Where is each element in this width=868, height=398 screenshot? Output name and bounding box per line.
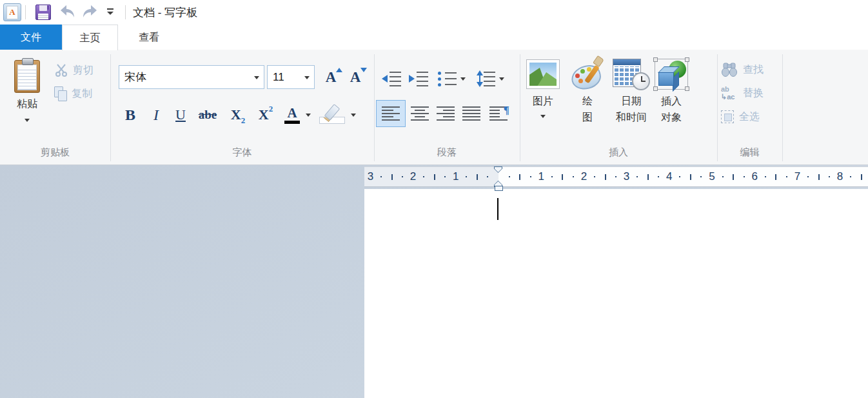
ruler-tick: [807, 176, 809, 177]
bold-button[interactable]: B: [119, 103, 142, 127]
align-left-button[interactable]: [376, 100, 406, 127]
align-center-button[interactable]: [407, 100, 433, 127]
font-family-combobox[interactable]: 宋体: [119, 65, 264, 89]
select-all-button[interactable]: 全选: [721, 108, 760, 126]
paste-button[interactable]: 粘贴: [8, 54, 46, 141]
shrink-font-icon: A: [350, 69, 361, 86]
ruler-tick: [818, 174, 820, 180]
ruler-tick: [423, 176, 424, 177]
customize-quick-access-dropdown[interactable]: [106, 8, 115, 16]
ruler-tick: [434, 174, 435, 180]
datetime-label-line1: 日期: [621, 93, 642, 109]
font-size-value: 11: [273, 66, 284, 88]
group-label-insert: 插入: [520, 145, 717, 159]
subscript-button[interactable]: X2: [224, 103, 252, 127]
align-justify-button[interactable]: [459, 100, 484, 127]
ribbon: 粘贴 剪切 复制 剪贴板 宋体 11 A A B I U abe X2 X2 A: [0, 50, 868, 165]
replace-button[interactable]: ab ↳ac 替换: [721, 84, 764, 102]
shrink-font-button[interactable]: A: [344, 66, 366, 89]
align-left-icon: [382, 106, 400, 121]
ruler-tick: [744, 176, 745, 177]
redo-icon: [81, 4, 98, 19]
ruler-tick: [700, 176, 702, 177]
tab-home[interactable]: 主页: [62, 25, 118, 50]
chevron-down-icon[interactable]: [254, 76, 259, 79]
group-separator: [782, 54, 783, 161]
ruler-tick: [786, 176, 787, 177]
ruler-tick: [594, 176, 595, 177]
group-label-editing: 编辑: [717, 145, 782, 159]
copy-label: 复制: [72, 87, 92, 101]
align-right-button[interactable]: [433, 100, 459, 127]
align-justify-icon: [462, 106, 480, 121]
ruler[interactable]: 32112345678: [364, 166, 868, 187]
bullet-list-dropdown[interactable]: [459, 68, 467, 90]
bullet-list-button[interactable]: [435, 68, 459, 90]
separator: [25, 5, 26, 19]
underline-button[interactable]: U: [169, 103, 192, 127]
highlight-button[interactable]: [316, 103, 348, 127]
superscript-button[interactable]: X2: [252, 103, 280, 127]
ruler-tick: [530, 176, 531, 177]
line-spacing-button[interactable]: [473, 68, 498, 90]
paragraph-mark-icon: ¶: [489, 106, 508, 121]
font-size-combobox[interactable]: 11: [267, 65, 315, 89]
find-label: 查找: [743, 63, 764, 77]
paragraph-dialog-button[interactable]: ¶: [484, 100, 513, 127]
grow-font-button[interactable]: A: [320, 66, 342, 89]
window-title: 文档 - 写字板: [133, 5, 197, 20]
left-indent-marker[interactable]: [495, 186, 503, 191]
ruler-number: 5: [709, 167, 715, 186]
ruler-tick: [636, 176, 638, 177]
find-button[interactable]: 查找: [721, 61, 764, 79]
tab-view[interactable]: 查看: [119, 25, 179, 50]
insert-drawing-button[interactable]: 绘 图: [567, 55, 607, 145]
highlight-dropdown[interactable]: [350, 103, 357, 127]
undo-button[interactable]: [59, 4, 76, 20]
drawing-label-line1: 绘: [582, 93, 593, 109]
font-color-button[interactable]: A: [281, 103, 303, 127]
separator: [125, 5, 126, 19]
font-color-dropdown[interactable]: [304, 103, 312, 127]
picture-label: 图片: [533, 93, 553, 109]
ruler-tick: [850, 176, 851, 177]
ribbon-tab-row: 文件 主页 查看: [0, 25, 868, 50]
select-all-icon: [721, 110, 734, 123]
decrease-indent-button[interactable]: [379, 68, 404, 90]
bullet-list-icon: [437, 70, 457, 87]
datetime-label-line2: 和时间: [616, 109, 647, 125]
ruler-tick: [466, 176, 467, 177]
font-family-value: 宋体: [124, 66, 146, 88]
ruler-tick: [829, 176, 830, 177]
insert-object-button[interactable]: 插入 对象: [649, 55, 694, 145]
font-color-letter: A: [287, 106, 297, 120]
group-label-clipboard: 剪贴板: [0, 145, 110, 159]
ruler-tick: [573, 176, 574, 177]
align-center-icon: [411, 106, 429, 121]
ruler-tick: [861, 174, 862, 180]
strikethrough-button[interactable]: abe: [193, 103, 222, 127]
ruler-tick: [562, 174, 563, 180]
ruler-number: 4: [666, 167, 672, 186]
insert-picture-button[interactable]: 图片: [522, 55, 564, 145]
redo-button[interactable]: [81, 4, 98, 20]
italic-button[interactable]: I: [146, 103, 166, 127]
picture-dropdown-icon[interactable]: [540, 115, 546, 118]
select-all-label: 全选: [739, 110, 760, 124]
paste-dropdown-icon[interactable]: [25, 119, 30, 122]
document-page[interactable]: [364, 189, 868, 398]
object-label-line1: 插入: [661, 93, 682, 109]
ruler-tick: [733, 174, 734, 180]
ruler-tick: [444, 176, 446, 177]
save-button[interactable]: [35, 4, 52, 20]
line-spacing-dropdown[interactable]: [498, 68, 506, 90]
chevron-down-icon[interactable]: [304, 76, 310, 79]
undo-icon: [59, 4, 76, 19]
increase-indent-button[interactable]: [406, 68, 431, 90]
cut-button[interactable]: 剪切: [54, 61, 94, 79]
ruler-tick: [519, 174, 520, 180]
wordpad-app-icon[interactable]: A: [3, 3, 21, 21]
copy-button[interactable]: 复制: [54, 85, 92, 103]
chevron-down-icon: [107, 12, 113, 15]
tab-file[interactable]: 文件: [0, 25, 62, 50]
